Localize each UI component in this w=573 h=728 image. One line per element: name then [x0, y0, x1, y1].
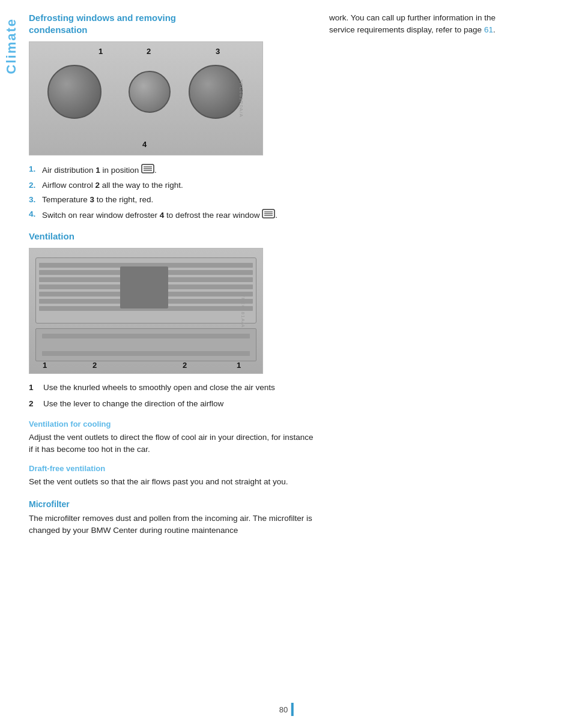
defrost-list: 1. Air distribution 1 in position . [29, 164, 317, 222]
vent-cooling-heading: Ventilation for cooling [29, 420, 317, 429]
list-item: 3. Temperature 3 to the right, red. [29, 194, 317, 206]
diagram-label-4: 4 [142, 140, 147, 149]
vent-label-1b: 1 [237, 361, 241, 370]
defroster-icon-1 [141, 164, 154, 177]
page-number: 80 [279, 705, 288, 714]
ventilation-diagram: 1 2 2 1 YFC0381A/A [29, 248, 263, 374]
microfilter-text: The microfilter removes dust and pollen … [29, 513, 317, 537]
diagram-label-1: 1 [99, 47, 103, 56]
ventilation-heading: Ventilation [29, 230, 317, 242]
defroster-icon-2 [262, 209, 275, 222]
diagram-watermark: YFC089R0A/A [238, 79, 244, 117]
vent-label-1a: 1 [43, 361, 47, 370]
list-item: 2 Use the lever to change the direction … [29, 399, 317, 410]
draft-free-heading: Draft-free ventilation [29, 464, 317, 473]
page-footer-bar [291, 703, 294, 716]
diagram-label-3: 3 [216, 47, 220, 56]
microfilter-heading: Microfilter [29, 499, 317, 509]
defrost-diagram: 1 2 3 4 YFC089R0A/A [29, 41, 263, 155]
left-column: Defrosting windows and removing condensa… [29, 12, 317, 716]
vent-cooling-text: Adjust the vent outlets to direct the fl… [29, 432, 317, 456]
draft-free-text: Set the vent outlets so that the air flo… [29, 476, 317, 488]
list-item: 1 Use the knurled wheels to smoothly ope… [29, 382, 317, 394]
sidebar-climate-label: Climate [4, 18, 19, 74]
defrost-heading: Defrosting windows and removing condensa… [29, 12, 317, 35]
vent-label-2a: 2 [92, 361, 97, 370]
diagram-label-2: 2 [147, 47, 151, 56]
vent-diagram-watermark: YFC0381A/A [240, 294, 246, 328]
page-footer: 80 [279, 703, 294, 716]
page-link[interactable]: 61 [484, 25, 493, 34]
ventilation-list: 1 Use the knurled wheels to smoothly ope… [29, 382, 317, 410]
list-item: 1. Air distribution 1 in position . [29, 164, 317, 177]
vent-label-2b: 2 [183, 361, 187, 370]
list-item: 2. Airflow control 2 all the way to the … [29, 180, 317, 191]
right-column: work. You can call up further informatio… [329, 12, 497, 716]
right-column-text: work. You can call up further informatio… [329, 12, 497, 37]
sidebar: Climate [0, 0, 23, 728]
list-item: 4. Switch on rear window defroster 4 to … [29, 209, 317, 222]
